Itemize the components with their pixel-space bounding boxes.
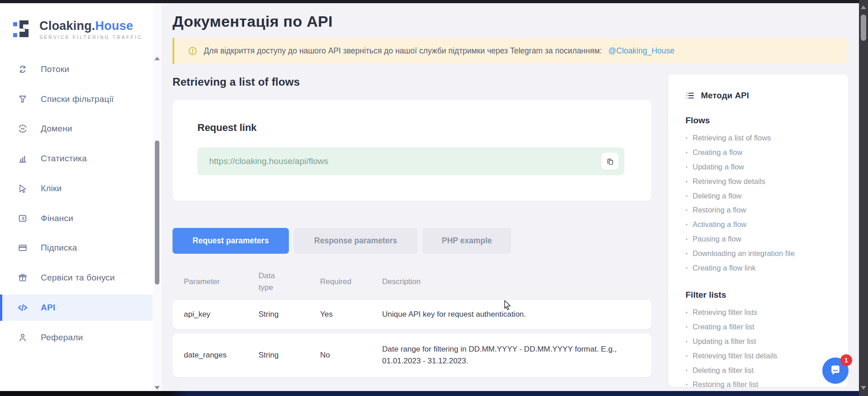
method-link[interactable]: Restoring a filter list — [686, 377, 839, 392]
method-link[interactable]: Retrieving filter lists — [686, 305, 839, 320]
info-banner: Для відкриття доступу до нашого API звер… — [173, 38, 848, 64]
sidebar-item-label: Кліки — [41, 184, 62, 193]
methods-list-flows: Retrieving a list of flows Creating a fl… — [686, 131, 839, 275]
cell-parameter: api_key — [184, 310, 259, 319]
method-link[interactable]: Retrieving a list of flows — [686, 131, 839, 145]
person-icon — [17, 332, 28, 343]
sidebar-item-domains[interactable]: Домени — [0, 116, 153, 142]
gift-icon — [17, 272, 28, 283]
section-heading: Retrieving a list of flows — [173, 76, 652, 88]
copy-icon — [606, 158, 614, 165]
methods-section-flows: Flows — [686, 116, 839, 126]
window-top-edge — [0, 0, 868, 3]
code-icon — [17, 302, 28, 313]
sidebar-item-label: Статистика — [41, 154, 87, 164]
method-link[interactable]: Updating a flow — [686, 160, 839, 174]
sidebar-item-label: Потоки — [41, 64, 69, 74]
sidebar-item-label: Підписка — [41, 243, 77, 253]
scroll-down-arrow-icon[interactable] — [154, 386, 160, 390]
cell-description: Unique API key for request authenticatio… — [382, 309, 652, 320]
column-header: Parameter — [184, 277, 259, 286]
main-content: Документація по API Для відкриття доступ… — [162, 3, 859, 391]
api-methods-title: Методи API — [701, 91, 749, 101]
sidebar-item-subscription[interactable]: Підписка — [0, 235, 153, 261]
methods-section-filter-lists: Filter lists — [686, 290, 839, 300]
method-link[interactable]: Restoring a flow — [686, 203, 839, 217]
api-methods-header: Методи API — [686, 91, 839, 101]
banner-text: Для відкриття доступу до нашого API звер… — [204, 46, 602, 56]
chat-bubble-icon — [829, 364, 842, 377]
tab-request-parameters[interactable]: Request parameters — [173, 228, 289, 254]
tab-php-example[interactable]: PHP example — [422, 228, 511, 254]
chat-widget-button[interactable]: 1 — [822, 357, 849, 384]
sidebar-item-referrals[interactable]: Реферали — [0, 324, 153, 351]
globe-icon — [17, 123, 28, 134]
doc-section: Retrieving a list of flows Request link … — [173, 72, 652, 377]
telegram-link[interactable]: @Cloaking_House — [608, 46, 674, 56]
credit-card-icon — [17, 242, 28, 253]
method-link[interactable]: Creating a flow link — [686, 261, 839, 275]
request-link-title: Request link — [197, 122, 624, 134]
cell-required: No — [320, 351, 382, 360]
scroll-down-arrow-icon[interactable] — [861, 386, 866, 390]
copy-button[interactable] — [601, 153, 619, 170]
column-header: Description — [382, 277, 652, 286]
request-url: https://cloaking.house/api/flows — [209, 156, 601, 166]
logo[interactable]: Cloaking.House SERVICE FILTERING TRAFFIC — [0, 3, 153, 41]
cell-data-type: String — [259, 351, 320, 360]
sidebar-item-services-bonuses[interactable]: Сервіси та бонуси — [0, 265, 153, 291]
sidebar: Cloaking.House SERVICE FILTERING TRAFFIC… — [0, 3, 153, 391]
cell-required: Yes — [320, 310, 382, 319]
scroll-up-arrow-icon[interactable] — [154, 57, 160, 60]
method-link[interactable]: Retrieving filter list details — [686, 348, 839, 363]
cursor-icon — [17, 183, 28, 194]
brand-tagline: SERVICE FILTERING TRAFFIC — [39, 34, 142, 40]
method-link[interactable]: Activating a flow — [686, 217, 839, 232]
scrollbar-thumb[interactable] — [861, 14, 866, 41]
method-link[interactable]: Pausing a flow — [686, 232, 839, 246]
sidebar-item-api[interactable]: API — [0, 295, 153, 321]
table-row: api_key String Yes Unique API key for re… — [173, 300, 652, 329]
scroll-up-arrow-icon[interactable] — [861, 5, 866, 9]
flows-sync-icon — [17, 64, 28, 75]
method-link[interactable]: Deleting a flow — [686, 188, 839, 203]
sidebar-item-statistics[interactable]: Статистика — [0, 145, 153, 172]
chat-unread-badge: 1 — [840, 354, 852, 366]
cell-parameter: date_ranges — [184, 351, 259, 360]
sidebar-item-finances[interactable]: Фінанси — [0, 205, 153, 232]
api-methods-panel: Методи API Flows Retrieving a list of fl… — [668, 74, 848, 387]
brand-name: Cloaking.House — [39, 19, 142, 33]
page-title: Документація по API — [173, 13, 848, 30]
content-scrollbar[interactable] — [153, 3, 162, 391]
logo-icon — [12, 18, 33, 41]
sidebar-item-filter-lists[interactable]: Списки фільтрації — [0, 86, 153, 112]
sidebar-item-flows[interactable]: Потоки — [0, 56, 153, 82]
column-header: Required — [320, 277, 382, 286]
sidebar-item-label: Фінанси — [41, 213, 73, 223]
scrollbar-thumb[interactable] — [155, 140, 159, 285]
sidebar-nav: Потоки Списки фільтрації Домени — [0, 41, 153, 351]
method-link[interactable]: Updating a filter list — [686, 334, 839, 349]
window-bottom-edge — [0, 391, 859, 396]
list-icon — [686, 91, 695, 100]
tab-response-parameters[interactable]: Response parameters — [294, 228, 417, 254]
parameter-tabs: Request parameters Response parameters P… — [173, 228, 652, 254]
method-link[interactable]: Deleting a filter list — [686, 363, 839, 377]
sidebar-item-label: Сервіси та бонуси — [41, 273, 115, 283]
sidebar-item-label: Реферали — [41, 333, 83, 343]
method-link[interactable]: Downloading an integration file — [686, 246, 839, 261]
method-link[interactable]: Creating a filter list — [686, 320, 839, 334]
sidebar-item-label: Списки фільтрації — [41, 94, 114, 104]
method-link[interactable]: Retrieving flow details — [686, 174, 839, 188]
warning-icon — [188, 46, 197, 56]
methods-list-filter-lists: Retrieving filter lists Creating a filte… — [686, 305, 839, 392]
cell-description: Date range for filtering in DD.MM.YYYY -… — [382, 343, 652, 367]
method-link[interactable]: Creating a flow — [686, 145, 839, 160]
sidebar-item-label: API — [41, 303, 55, 313]
table-row: date_ranges String No Date range for fil… — [173, 333, 652, 377]
sidebar-item-clicks[interactable]: Кліки — [0, 175, 153, 202]
request-url-box: https://cloaking.house/api/flows — [197, 147, 624, 175]
sidebar-item-label: Домени — [41, 124, 72, 134]
page-scrollbar[interactable] — [859, 0, 868, 396]
column-header: Data type — [259, 270, 282, 294]
